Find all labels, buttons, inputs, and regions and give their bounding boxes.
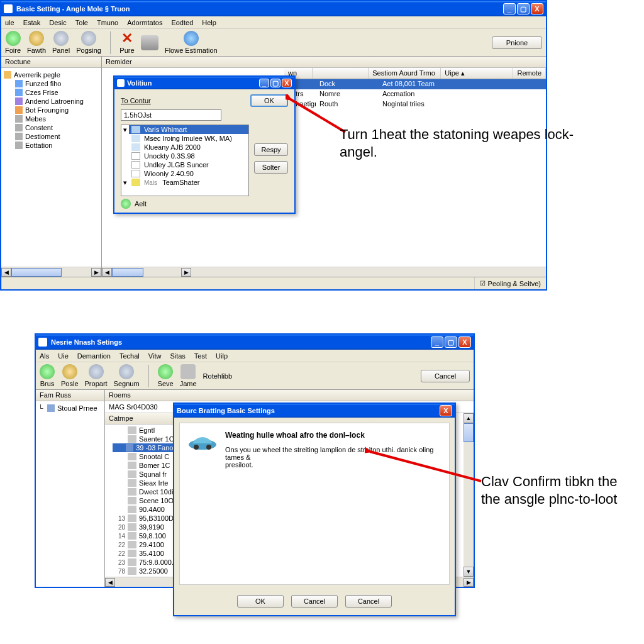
tree-item[interactable]: 2375:9.8.000.0 <box>113 558 179 567</box>
menu-item[interactable]: Vitw <box>148 352 162 360</box>
tree-item[interactable]: Scene 10O <box>113 496 179 505</box>
menu-item[interactable]: Techal <box>119 352 140 360</box>
scrollbar-horizontal[interactable]: ◀ ▶ <box>102 267 546 277</box>
toolbar-item[interactable]: Panel <box>52 31 70 54</box>
ok-button[interactable]: OK <box>250 94 288 107</box>
close-button[interactable]: X <box>458 336 471 348</box>
scroll-left-icon[interactable]: ◀ <box>102 268 112 277</box>
maximize-button[interactable]: ▢ <box>517 3 530 14</box>
scroll-thumb[interactable] <box>464 423 474 442</box>
toolbar-item[interactable] <box>141 35 158 50</box>
tree-item[interactable]: Destioment <box>4 132 99 141</box>
close-button[interactable]: X <box>440 405 452 416</box>
minimize-button[interactable]: _ <box>259 79 269 87</box>
menu-item[interactable]: ule <box>5 19 14 26</box>
ok-button[interactable]: OK <box>237 595 284 608</box>
tree-item[interactable]: Andend Latroening <box>4 97 99 106</box>
scroll-up-icon[interactable]: ▲ <box>464 413 474 423</box>
list-item[interactable]: Wiooniy 2.40.90 <box>121 169 248 178</box>
tree-item[interactable]: Averrerik pegle <box>4 70 99 79</box>
toolbar-item[interactable]: Fawth <box>27 31 46 54</box>
scroll-right-icon[interactable]: ▶ <box>464 578 474 587</box>
tree-item[interactable]: Czes Frise <box>4 88 99 97</box>
toolbar-item[interactable]: Propart <box>85 364 108 387</box>
tree-item[interactable]: Bot Frounging <box>4 106 99 114</box>
input-field[interactable] <box>121 109 221 121</box>
scroll-thumb[interactable] <box>11 268 62 277</box>
tree-item[interactable]: Constent <box>4 123 99 132</box>
grid-col[interactable] <box>313 68 369 79</box>
tree-item[interactable]: Mebes <box>4 114 99 123</box>
tree-item[interactable]: 1395,B3100D <box>113 514 179 523</box>
maximize-button[interactable]: ▢ <box>270 79 280 87</box>
tree-item[interactable]: Eottation <box>4 141 99 150</box>
list-item[interactable]: Msec Iroing Imulee WK, MA) <box>121 134 248 143</box>
grid-row[interactable]: k Dock Aet 08,001 Team <box>284 79 546 89</box>
tree-item[interactable]: Funzed fiho <box>4 79 99 88</box>
toolbar-item[interactable]: Jame <box>180 364 197 387</box>
tree-item[interactable]: Saenter 1C <box>113 435 179 443</box>
tree-item[interactable]: Snootal C <box>113 452 179 461</box>
toolbar-item[interactable]: Foire <box>5 31 21 54</box>
list-item[interactable]: Undley JLGB Suncer <box>121 160 248 169</box>
toolbar-item[interactable]: Brus <box>40 364 55 387</box>
close-button[interactable]: X <box>531 3 543 14</box>
grid-row[interactable]: eatrs Nomre Accmation <box>284 89 546 99</box>
list-item[interactable]: Klueany AJB 2000 <box>121 143 248 152</box>
tree-item[interactable]: Squnal fr <box>113 470 179 479</box>
menu-item[interactable]: Als <box>40 352 49 360</box>
tree-item[interactable]: 2039,9190 <box>113 523 179 531</box>
scroll-left-icon[interactable]: ◀ <box>1 268 11 277</box>
tree-item[interactable]: 39 -03 Fano c <box>113 443 179 452</box>
cancel-button-2[interactable]: Cancel <box>345 595 392 608</box>
grid-col[interactable]: Remote <box>513 68 546 79</box>
toolbar-item[interactable]: Pogsing <box>76 31 101 54</box>
menu-item[interactable]: Help <box>202 19 216 26</box>
scrollbar-horizontal[interactable]: ◀ ▶ <box>1 267 101 277</box>
menu-item[interactable]: Test <box>194 352 207 360</box>
toolbar-item[interactable]: Flowe Estimation <box>165 31 218 54</box>
list-item[interactable]: Unockty 0.3S.98 <box>121 152 248 160</box>
tree-item[interactable]: Bomer 1C <box>113 461 179 470</box>
tree-item[interactable]: 2229.4100 <box>113 540 179 549</box>
scroll-thumb[interactable] <box>112 268 143 277</box>
grid-col[interactable]: Uipe ▴ <box>441 68 513 79</box>
list-item[interactable]: Varis Whimart <box>129 125 248 134</box>
tree-item[interactable]: └Stoual Prnee <box>38 404 102 413</box>
minimize-button[interactable]: _ <box>503 3 516 14</box>
list-item[interactable]: MaisTeamShater <box>129 178 248 187</box>
menu-item[interactable]: Demantion <box>77 352 111 360</box>
add-icon[interactable] <box>121 199 131 209</box>
maximize-button[interactable]: ▢ <box>445 336 457 348</box>
tree-item[interactable]: 7832.25000 <box>113 567 179 575</box>
menu-item[interactable]: Adormtatos <box>127 19 162 26</box>
menu-item[interactable]: Estak <box>23 19 41 26</box>
respy-button[interactable]: Respy <box>254 143 288 156</box>
cancel-button[interactable]: Cancel <box>421 370 470 382</box>
tree-item[interactable]: Egntl <box>113 426 179 435</box>
scroll-right-icon[interactable]: ▶ <box>91 268 101 277</box>
toolbar-item[interactable]: Segnum <box>114 364 140 387</box>
toolbar-item[interactable]: ✕Pure <box>119 31 135 54</box>
toolbar-item[interactable]: Posle <box>61 364 79 387</box>
scrollbar-vertical[interactable]: ▲ ▼ <box>464 413 474 577</box>
minimize-button[interactable]: _ <box>431 336 443 348</box>
grid-col[interactable]: Sestiom Aourd Trmo <box>369 68 441 79</box>
tree-item[interactable]: Dwect 10di <box>113 487 179 496</box>
menu-item[interactable]: Tole <box>75 19 88 26</box>
toolbar-item[interactable]: Seve <box>158 364 174 387</box>
collapse-icon[interactable]: ▾ <box>121 179 129 187</box>
collapse-icon[interactable]: ▾ <box>121 126 129 134</box>
menu-item[interactable]: Sitas <box>170 352 185 360</box>
cancel-button[interactable]: Cancel <box>291 595 338 608</box>
solter-button[interactable]: Solter <box>254 161 288 174</box>
close-button[interactable]: X <box>282 79 292 87</box>
menu-item[interactable]: Uie <box>58 352 69 360</box>
menu-item[interactable]: Tmuno <box>97 19 118 26</box>
menu-item[interactable]: Eodted <box>171 19 193 26</box>
menu-item[interactable]: Uilp <box>216 352 228 360</box>
scroll-left-icon[interactable]: ◀ <box>105 578 115 587</box>
scroll-down-icon[interactable]: ▼ <box>464 567 474 577</box>
tree-item[interactable]: Sieax Irte <box>113 479 179 487</box>
menu-item[interactable]: Desic <box>49 19 67 26</box>
